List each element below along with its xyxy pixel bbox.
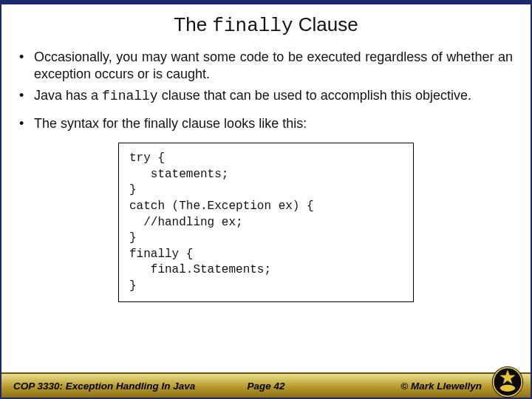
bullet-3: • The syntax for the finally clause look… bbox=[19, 115, 513, 132]
slide: The finally Clause • Occasionally, you m… bbox=[0, 0, 532, 399]
slide-body: • Occasionally, you may want some code t… bbox=[1, 44, 531, 372]
slide-title: The finally Clause bbox=[1, 4, 531, 44]
footer-course: COP 3330: Exception Handling In Java bbox=[13, 381, 195, 392]
footer-author: © Mark Llewellyn bbox=[400, 381, 482, 392]
code-box: try { statements; } catch (The.Exception… bbox=[118, 143, 414, 302]
footer-bar: COP 3330: Exception Handling In Java Pag… bbox=[1, 372, 531, 398]
footer-page: Page 42 bbox=[247, 381, 284, 392]
ucf-logo-icon bbox=[491, 365, 525, 399]
bullet-2-text: Java has a finally clause that can be us… bbox=[34, 87, 471, 105]
title-code: finally bbox=[212, 15, 293, 37]
bullet-2-code: finally bbox=[102, 89, 158, 103]
bullet-dot: • bbox=[19, 49, 27, 83]
bullet-2-post: clause that can be used to accomplish th… bbox=[158, 88, 471, 103]
svg-point-2 bbox=[500, 385, 515, 392]
title-post: Clause bbox=[293, 13, 358, 35]
bullet-2: • Java has a finally clause that can be … bbox=[19, 87, 513, 105]
bullet-dot: • bbox=[19, 115, 27, 132]
bullet-1: • Occasionally, you may want some code t… bbox=[19, 49, 513, 83]
bullet-2-pre: Java has a bbox=[34, 88, 102, 103]
title-pre: The bbox=[174, 13, 212, 35]
footer-wrap: COP 3330: Exception Handling In Java Pag… bbox=[1, 372, 531, 398]
bullet-dot: • bbox=[19, 87, 27, 105]
bullet-1-text: Occasionally, you may want some code to … bbox=[34, 49, 513, 83]
bullet-3-text: The syntax for the finally clause looks … bbox=[34, 115, 307, 132]
